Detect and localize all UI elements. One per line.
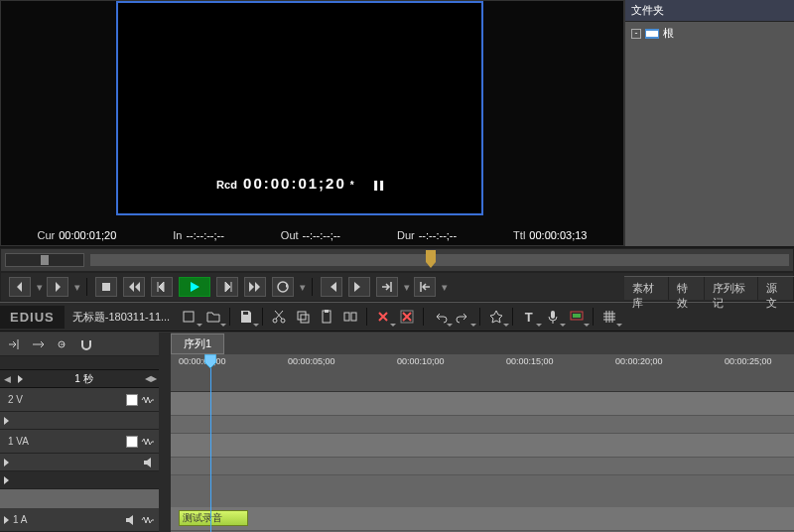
- scrub-thumb[interactable]: [426, 250, 436, 268]
- svg-point-8: [281, 319, 285, 323]
- lane-va1b[interactable]: [171, 458, 794, 475]
- sequence-tab[interactable]: 序列1: [171, 333, 224, 354]
- lane-va1[interactable]: [171, 434, 794, 458]
- rewind-button[interactable]: [123, 277, 145, 297]
- svg-marker-19: [204, 354, 216, 368]
- svg-rect-5: [184, 312, 194, 322]
- speaker-icon[interactable]: [143, 457, 155, 468]
- paste-insert-button[interactable]: [340, 308, 360, 326]
- sequence-tab-bar: 序列1: [171, 332, 794, 354]
- waveform-icon[interactable]: [141, 437, 155, 447]
- playhead[interactable]: [210, 354, 211, 532]
- track-sub-v2[interactable]: [0, 412, 159, 430]
- svg-rect-16: [551, 311, 555, 319]
- zoom-control[interactable]: ◀ 1 秒 ◀▶: [0, 370, 159, 388]
- shuttle-control[interactable]: [5, 253, 84, 267]
- jump-in-button[interactable]: [376, 277, 398, 297]
- save-button[interactable]: [236, 308, 256, 326]
- svg-rect-10: [301, 315, 309, 323]
- zoom-out-button[interactable]: ◀: [4, 374, 14, 384]
- waveform-icon[interactable]: [141, 395, 155, 405]
- minus-icon[interactable]: -: [631, 29, 641, 39]
- grid-button[interactable]: [599, 308, 619, 326]
- record-timecode: Rcd 00:00:01;20*: [216, 175, 383, 194]
- svg-marker-2: [426, 250, 436, 268]
- folder-header: 文件夹: [625, 0, 794, 22]
- title-button[interactable]: T: [519, 308, 539, 326]
- paste-button[interactable]: [317, 308, 336, 326]
- track-header-v2[interactable]: 2 V: [0, 388, 159, 412]
- tab-effects[interactable]: 特效: [669, 277, 705, 300]
- tool-button[interactable]: [486, 308, 506, 326]
- side-tab-bar: 素材库 特效 序列标记 源文: [624, 276, 794, 300]
- time-ruler[interactable]: 00:00:00;00 00:00:05;00 00:00:10;00 00:0…: [171, 354, 794, 392]
- zoom-expand-icon[interactable]: [18, 375, 23, 383]
- scrub-bar: [0, 248, 794, 272]
- monitor-button[interactable]: [567, 308, 587, 326]
- stop-button[interactable]: [95, 277, 117, 297]
- preview-frame[interactable]: Rcd 00:00:01;20*: [116, 1, 483, 215]
- pause-icon: [374, 177, 383, 194]
- svg-rect-18: [573, 314, 581, 318]
- voiceover-button[interactable]: [543, 308, 563, 326]
- fast-forward-button[interactable]: [244, 277, 266, 297]
- track-spacer: [0, 471, 159, 489]
- next-edit-button[interactable]: [348, 277, 370, 297]
- tree-root-item[interactable]: - 根: [631, 26, 788, 41]
- redo-button[interactable]: [454, 308, 473, 326]
- next-frame-button[interactable]: [216, 277, 238, 297]
- video-toggle-icon[interactable]: [126, 436, 138, 448]
- timeline-title-bar: EDIUS 无标题-180311-11... T: [0, 302, 794, 332]
- link-button[interactable]: [54, 336, 71, 352]
- folder-tree[interactable]: - 根: [625, 22, 794, 45]
- audio-clip[interactable]: 测试录音: [179, 510, 248, 526]
- prev-edit-button[interactable]: [321, 277, 342, 297]
- track-header-va1[interactable]: 1 VA: [0, 430, 159, 454]
- track-header-a1[interactable]: 1 A: [0, 508, 159, 532]
- jump-out-button[interactable]: [414, 277, 436, 297]
- svg-rect-12: [325, 310, 329, 313]
- cut-button[interactable]: [269, 308, 289, 326]
- new-sequence-button[interactable]: [180, 308, 199, 326]
- svg-rect-1: [646, 31, 658, 37]
- tab-markers[interactable]: 序列标记: [705, 277, 758, 300]
- svg-rect-9: [298, 312, 306, 320]
- preview-panel: Rcd 00:00:01;20* Cur00:00:01;20 In--:--:…: [0, 0, 624, 246]
- video-toggle-icon[interactable]: [126, 394, 138, 406]
- delete-button[interactable]: [397, 308, 417, 326]
- track-sub-va1[interactable]: [0, 454, 159, 471]
- insert-mode-button[interactable]: [6, 336, 24, 352]
- prev-frame-button[interactable]: [151, 277, 173, 297]
- track-headers: ◀ 1 秒 ◀▶ 2 V 1 VA 1 A: [0, 332, 159, 532]
- track-toolbar: [0, 332, 159, 356]
- play-button[interactable]: [179, 277, 210, 297]
- lane-v2b[interactable]: [171, 416, 794, 434]
- zoom-in-button[interactable]: ◀▶: [145, 374, 155, 383]
- waveform-icon[interactable]: [141, 515, 155, 525]
- timeline-toolbar: T: [172, 308, 794, 326]
- bin-panel: 文件夹 - 根: [624, 0, 794, 246]
- folder-icon: [645, 28, 659, 40]
- undo-button[interactable]: [430, 308, 450, 326]
- svg-point-7: [273, 319, 277, 323]
- svg-rect-3: [102, 283, 110, 291]
- set-out-button[interactable]: [47, 277, 68, 297]
- app-name: EDIUS: [0, 306, 65, 329]
- copy-button[interactable]: [293, 308, 313, 326]
- tab-source[interactable]: 源文: [758, 277, 794, 300]
- lane-a1[interactable]: 测试录音: [171, 507, 794, 531]
- overwrite-mode-button[interactable]: [30, 336, 48, 352]
- scrub-track[interactable]: [90, 254, 789, 266]
- timeline-panel: ◀ 1 秒 ◀▶ 2 V 1 VA 1 A 序列1: [0, 332, 794, 532]
- set-in-button[interactable]: [9, 277, 31, 297]
- speaker-icon[interactable]: [125, 514, 137, 526]
- loop-button[interactable]: [272, 277, 294, 297]
- ripple-delete-button[interactable]: [373, 308, 393, 326]
- lane-v2[interactable]: [171, 392, 794, 416]
- tab-bin[interactable]: 素材库: [624, 277, 669, 300]
- svg-rect-6: [243, 312, 248, 315]
- snap-button[interactable]: [77, 336, 95, 352]
- timeline-tracks[interactable]: 序列1 00:00:00;00 00:00:05;00 00:00:10;00 …: [171, 332, 794, 532]
- open-button[interactable]: [203, 308, 223, 326]
- playhead-head-icon[interactable]: [204, 354, 216, 368]
